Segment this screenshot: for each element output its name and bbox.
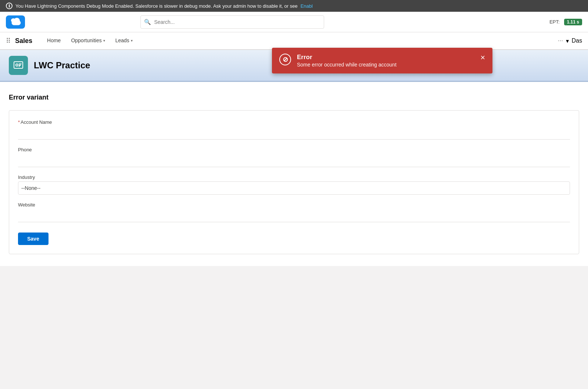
- save-button[interactable]: Save: [18, 233, 49, 245]
- nav-item-opportunities[interactable]: Opportunities ▾: [67, 32, 109, 50]
- top-nav-right: EPT: 1.11 s: [549, 19, 582, 25]
- toast-close-button[interactable]: ×: [480, 54, 485, 62]
- debug-banner: ℹ You Have Lightning Components Debug Mo…: [0, 0, 588, 12]
- error-icon: ⊘: [279, 54, 291, 65]
- error-content: Error Some error occurred while creating…: [297, 54, 474, 68]
- nav-right: ⋯ ▾ Das: [558, 37, 582, 44]
- nav-item-leads[interactable]: Leads ▾: [111, 32, 137, 50]
- account-name-group: *Account Name: [18, 119, 570, 140]
- form-card: *Account Name Phone Industry --None-- Te…: [9, 110, 579, 254]
- page-icon: [9, 56, 28, 75]
- industry-group: Industry --None-- Technology Finance Hea…: [18, 174, 570, 195]
- section-title: Error variant: [9, 94, 579, 101]
- required-star: *: [18, 119, 20, 125]
- search-input[interactable]: [140, 15, 324, 29]
- chevron-down-icon: ▾: [131, 39, 133, 43]
- salesforce-logo[interactable]: [6, 15, 25, 29]
- error-title: Error: [297, 54, 474, 61]
- app-nav: ⠿ Sales Home Opportunities ▾ Leads ▾ ⋯ ▾…: [0, 32, 588, 50]
- nav-item-home[interactable]: Home: [43, 32, 65, 50]
- nav-leads-label: Leads: [115, 37, 129, 43]
- nav-more-icon[interactable]: ⋯: [558, 38, 563, 44]
- nav-chevron-icon: ▾: [566, 37, 569, 44]
- app-name: Sales: [15, 37, 32, 45]
- account-name-label: *Account Name: [18, 119, 570, 125]
- ept-label: EPT:: [549, 19, 559, 25]
- chevron-down-icon: ▾: [103, 39, 105, 43]
- error-message: Some error occurred while creating accou…: [297, 62, 474, 68]
- error-toast: ⊘ Error Some error occurred while creati…: [272, 48, 492, 73]
- phone-input[interactable]: [18, 154, 570, 167]
- grid-icon[interactable]: ⠿: [6, 37, 11, 45]
- page-title: LWC Practice: [34, 60, 90, 71]
- industry-select[interactable]: --None-- Technology Finance Healthcare: [18, 181, 570, 195]
- phone-label: Phone: [18, 147, 570, 152]
- ept-badge: 1.11 s: [564, 19, 582, 25]
- industry-label: Industry: [18, 174, 570, 180]
- main-content: Error variant *Account Name Phone Indust…: [0, 82, 588, 266]
- website-input[interactable]: [18, 209, 570, 222]
- info-icon: ℹ: [6, 3, 12, 9]
- search-bar: 🔍: [140, 15, 324, 29]
- website-group: Website: [18, 202, 570, 222]
- search-icon: 🔍: [144, 19, 151, 25]
- nav-opportunities-label: Opportunities: [71, 37, 101, 43]
- website-label: Website: [18, 202, 570, 208]
- phone-group: Phone: [18, 147, 570, 167]
- nav-home-label: Home: [47, 37, 61, 43]
- top-nav: 🔍 EPT: 1.11 s: [0, 12, 588, 32]
- svg-point-1: [16, 64, 18, 66]
- debug-message: You Have Lightning Components Debug Mode…: [15, 3, 298, 9]
- nav-dashboard-label: Das: [572, 37, 582, 44]
- debug-link[interactable]: Enabl: [301, 3, 313, 9]
- account-name-input[interactable]: [18, 126, 570, 140]
